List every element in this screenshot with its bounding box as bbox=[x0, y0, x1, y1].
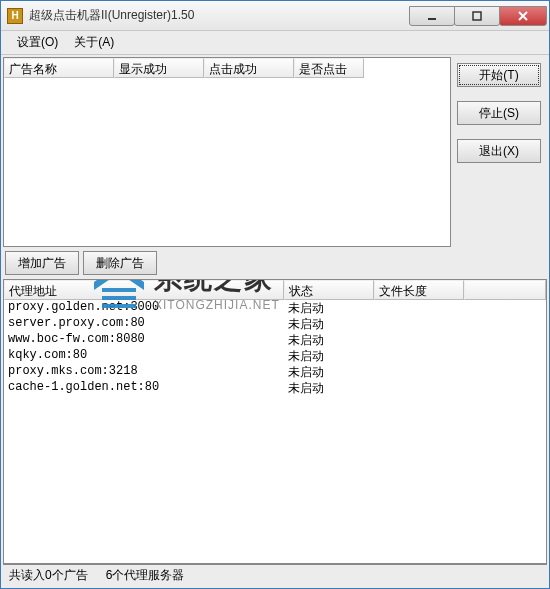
proxy-row[interactable]: kqky.com:80未启动 bbox=[4, 348, 546, 364]
proxy-status: 未启动 bbox=[284, 300, 374, 316]
ads-th[interactable]: 点击成功 bbox=[204, 58, 294, 78]
mid-buttons: 增加广告 删除广告 bbox=[3, 247, 547, 279]
proxy-len bbox=[374, 348, 464, 364]
add-ad-button[interactable]: 增加广告 bbox=[5, 251, 79, 275]
upper-pane: 广告名称显示成功点击成功是否点击 开始(T) 停止(S) 退出(X) bbox=[3, 57, 547, 247]
exit-button[interactable]: 退出(X) bbox=[457, 139, 541, 163]
app-icon: H bbox=[7, 8, 23, 24]
proxy-row[interactable]: server.proxy.com:80未启动 bbox=[4, 316, 546, 332]
proxy-pane: 代理地址状态文件长度 proxy.golden.net:3000未启动serve… bbox=[3, 279, 547, 564]
proxy-row[interactable]: proxy.golden.net:3000未启动 bbox=[4, 300, 546, 316]
window-controls bbox=[410, 6, 547, 26]
proxy-len bbox=[374, 316, 464, 332]
proxy-table[interactable]: 代理地址状态文件长度 proxy.golden.net:3000未启动serve… bbox=[3, 279, 547, 564]
proxy-status: 未启动 bbox=[284, 364, 374, 380]
proxy-row[interactable]: www.boc-fw.com:8080未启动 bbox=[4, 332, 546, 348]
proxy-status: 未启动 bbox=[284, 316, 374, 332]
ads-table-body bbox=[4, 78, 450, 246]
proxy-len bbox=[374, 364, 464, 380]
proxy-addr: cache-1.golden.net:80 bbox=[4, 380, 284, 396]
ads-table[interactable]: 广告名称显示成功点击成功是否点击 bbox=[3, 57, 451, 247]
svg-rect-1 bbox=[473, 12, 481, 20]
titlebar[interactable]: H 超级点击机器II(Unregister)1.50 bbox=[1, 1, 549, 31]
ads-th[interactable]: 广告名称 bbox=[4, 58, 114, 78]
maximize-button[interactable] bbox=[454, 6, 500, 26]
proxy-len bbox=[374, 380, 464, 396]
menu-settings[interactable]: 设置(O) bbox=[9, 32, 66, 53]
status-left: 共读入0个广告 bbox=[9, 567, 88, 584]
proxy-addr: proxy.golden.net:3000 bbox=[4, 300, 284, 316]
proxy-addr: www.boc-fw.com:8080 bbox=[4, 332, 284, 348]
side-buttons: 开始(T) 停止(S) 退出(X) bbox=[451, 57, 547, 247]
proxy-table-headers: 代理地址状态文件长度 bbox=[4, 280, 546, 300]
menu-about[interactable]: 关于(A) bbox=[66, 32, 122, 53]
proxy-th[interactable]: 文件长度 bbox=[374, 280, 464, 300]
menubar: 设置(O) 关于(A) bbox=[1, 31, 549, 55]
app-window: H 超级点击机器II(Unregister)1.50 设置(O) 关于(A) 广… bbox=[0, 0, 550, 589]
window-title: 超级点击机器II(Unregister)1.50 bbox=[29, 7, 410, 24]
ads-table-headers: 广告名称显示成功点击成功是否点击 bbox=[4, 58, 450, 78]
ads-th[interactable]: 是否点击 bbox=[294, 58, 364, 78]
proxy-len bbox=[374, 300, 464, 316]
proxy-row[interactable]: cache-1.golden.net:80未启动 bbox=[4, 380, 546, 396]
proxy-table-body: proxy.golden.net:3000未启动server.proxy.com… bbox=[4, 300, 546, 563]
statusbar: 共读入0个广告 6个代理服务器 bbox=[3, 564, 547, 586]
ads-th[interactable]: 显示成功 bbox=[114, 58, 204, 78]
proxy-addr: server.proxy.com:80 bbox=[4, 316, 284, 332]
proxy-status: 未启动 bbox=[284, 348, 374, 364]
proxy-th[interactable]: 代理地址 bbox=[4, 280, 284, 300]
proxy-status: 未启动 bbox=[284, 380, 374, 396]
proxy-len bbox=[374, 332, 464, 348]
start-button[interactable]: 开始(T) bbox=[457, 63, 541, 87]
status-right: 6个代理服务器 bbox=[106, 567, 185, 584]
proxy-addr: kqky.com:80 bbox=[4, 348, 284, 364]
proxy-th[interactable]: 状态 bbox=[284, 280, 374, 300]
proxy-row[interactable]: proxy.mks.com:3218未启动 bbox=[4, 364, 546, 380]
proxy-status: 未启动 bbox=[284, 332, 374, 348]
stop-button[interactable]: 停止(S) bbox=[457, 101, 541, 125]
content-area: 广告名称显示成功点击成功是否点击 开始(T) 停止(S) 退出(X) 增加广告 … bbox=[1, 55, 549, 588]
del-ad-button[interactable]: 删除广告 bbox=[83, 251, 157, 275]
minimize-button[interactable] bbox=[409, 6, 455, 26]
close-button[interactable] bbox=[499, 6, 547, 26]
proxy-addr: proxy.mks.com:3218 bbox=[4, 364, 284, 380]
